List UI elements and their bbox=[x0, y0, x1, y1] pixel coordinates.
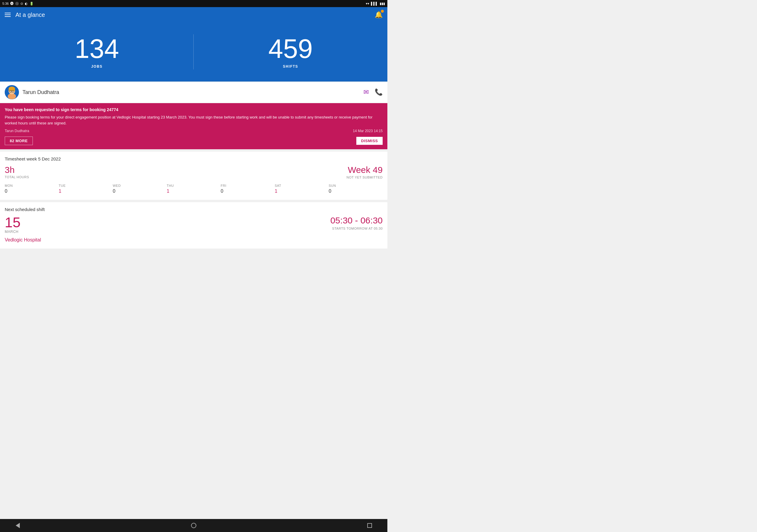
day-name-sat: SAT bbox=[275, 184, 329, 187]
week-info: Week 49 NOT YET SUBMITTED bbox=[347, 165, 383, 179]
day-name-wed: WED bbox=[113, 184, 167, 187]
user-name: Tarun Dudhatra bbox=[22, 89, 59, 96]
user-info: Tarun Dudhatra bbox=[5, 85, 59, 99]
day-value-sun: 0 bbox=[328, 189, 383, 194]
status-battery: 🔋 bbox=[30, 2, 34, 6]
phone-icon[interactable]: 📞 bbox=[375, 88, 383, 96]
page-title: At a glance bbox=[15, 12, 45, 18]
status-icon-a2: Ⓐ bbox=[15, 1, 19, 6]
shift-day: 15 bbox=[5, 216, 20, 230]
battery-icon: ▮▮▮ bbox=[380, 2, 385, 6]
day-col-sat: SAT1 bbox=[275, 184, 329, 194]
app-bar-left: At a glance bbox=[5, 12, 45, 18]
main-content: Tarun Dudhatra ✉ 📞 You have been request… bbox=[0, 81, 387, 249]
day-col-mon: MON0 bbox=[5, 184, 59, 194]
avatar bbox=[5, 85, 19, 99]
jobs-panel[interactable]: 134 JOBS bbox=[0, 22, 194, 81]
status-left: 5:36 🅐 Ⓐ ⊙ ◐ 🔋 bbox=[2, 1, 34, 6]
day-name-tue: TUE bbox=[59, 184, 113, 187]
shifts-count: 459 bbox=[268, 36, 313, 62]
notification-bell[interactable]: 🔔 bbox=[375, 11, 383, 18]
timesheet-section: Timesheet week 5 Dec 2022 3h TOTAL HOURS… bbox=[0, 152, 387, 200]
alert-body: Please sign booking terms for your direc… bbox=[5, 114, 383, 126]
day-col-tue: TUE1 bbox=[59, 184, 113, 194]
day-name-thu: THU bbox=[167, 184, 221, 187]
status-icon-a1: 🅐 bbox=[10, 2, 14, 5]
shift-starts-label: STARTS TOMORROW AT 05:30 bbox=[330, 227, 383, 230]
next-shift-title: Next scheduled shift bbox=[5, 207, 383, 212]
week-number: Week 49 bbox=[347, 165, 383, 175]
total-hours-block: 3h TOTAL HOURS bbox=[5, 165, 29, 179]
dismiss-button[interactable]: DISMISS bbox=[356, 137, 383, 145]
more-button[interactable]: 82 MORE bbox=[5, 136, 33, 145]
shifts-label: SHIFTS bbox=[283, 64, 298, 69]
hamburger-menu[interactable] bbox=[5, 13, 11, 17]
day-value-sat: 1 bbox=[275, 189, 329, 194]
shift-time: 05:30 - 06:30 bbox=[330, 216, 383, 225]
day-col-fri: FRI0 bbox=[221, 184, 275, 194]
status-time: 5:36 bbox=[2, 2, 9, 5]
day-name-mon: MON bbox=[5, 184, 59, 187]
alert-sender: Tarun Dudhatra bbox=[5, 129, 29, 133]
user-row: Tarun Dudhatra ✉ 📞 bbox=[0, 81, 387, 103]
day-value-tue: 1 bbox=[59, 189, 113, 194]
day-col-wed: WED0 bbox=[113, 184, 167, 194]
day-name-fri: FRI bbox=[221, 184, 275, 187]
timesheet-header: 3h TOTAL HOURS Week 49 NOT YET SUBMITTED bbox=[5, 165, 383, 179]
signal-icon: ▌▌▌ bbox=[371, 2, 378, 5]
shift-header: 15 MARCH 05:30 - 06:30 STARTS TOMORROW A… bbox=[5, 216, 383, 234]
status-bar: 5:36 🅐 Ⓐ ⊙ ◐ 🔋 ▾▾ ▌▌▌ ▮▮▮ bbox=[0, 0, 387, 7]
alert-actions: 82 MORE DISMISS bbox=[5, 136, 383, 145]
shift-time-block: 05:30 - 06:30 STARTS TOMORROW AT 05:30 bbox=[330, 216, 383, 230]
day-value-fri: 0 bbox=[221, 189, 275, 194]
status-right: ▾▾ ▌▌▌ ▮▮▮ bbox=[366, 2, 385, 6]
avatar-svg bbox=[5, 85, 19, 99]
user-actions: ✉ 📞 bbox=[363, 88, 383, 96]
total-hours-value: 3h bbox=[5, 165, 29, 175]
wifi-icon: ▾▾ bbox=[366, 2, 369, 6]
email-icon[interactable]: ✉ bbox=[363, 88, 369, 96]
notification-badge bbox=[381, 10, 384, 13]
alert-title: You have been requested to sign terms fo… bbox=[5, 107, 383, 112]
day-col-thu: THU1 bbox=[167, 184, 221, 194]
day-col-sun: SUN0 bbox=[328, 184, 383, 194]
timesheet-title: Timesheet week 5 Dec 2022 bbox=[5, 156, 383, 162]
day-value-mon: 0 bbox=[5, 189, 59, 194]
status-icon-p: ⊙ bbox=[20, 2, 23, 6]
days-row: MON0TUE1WED0THU1FRI0SAT1SUN0 bbox=[5, 184, 383, 194]
jobs-label: JOBS bbox=[91, 64, 103, 69]
alert-footer: Tarun Dudhatra 14 Mar 2023 14:15 bbox=[5, 129, 383, 133]
day-value-thu: 1 bbox=[167, 189, 221, 194]
total-hours-label: TOTAL HOURS bbox=[5, 175, 29, 179]
day-value-wed: 0 bbox=[113, 189, 167, 194]
hospital-name: Vedlogic Hospital bbox=[5, 237, 383, 243]
next-shift-section: Next scheduled shift 15 MARCH 05:30 - 06… bbox=[0, 202, 387, 249]
shifts-panel[interactable]: 459 SHIFTS bbox=[194, 22, 387, 81]
shift-month: MARCH bbox=[5, 230, 20, 234]
status-icon-o: ◐ bbox=[25, 2, 28, 6]
week-status: NOT YET SUBMITTED bbox=[347, 176, 383, 179]
alert-banner: You have been requested to sign terms fo… bbox=[0, 103, 387, 149]
app-bar: At a glance 🔔 bbox=[0, 7, 387, 22]
stats-banner: 134 JOBS 459 SHIFTS bbox=[0, 22, 387, 81]
jobs-count: 134 bbox=[75, 36, 119, 62]
alert-date: 14 Mar 2023 14:15 bbox=[353, 129, 383, 133]
shift-date-block: 15 MARCH bbox=[5, 216, 20, 234]
day-name-sun: SUN bbox=[328, 184, 383, 187]
svg-rect-4 bbox=[9, 89, 15, 91]
